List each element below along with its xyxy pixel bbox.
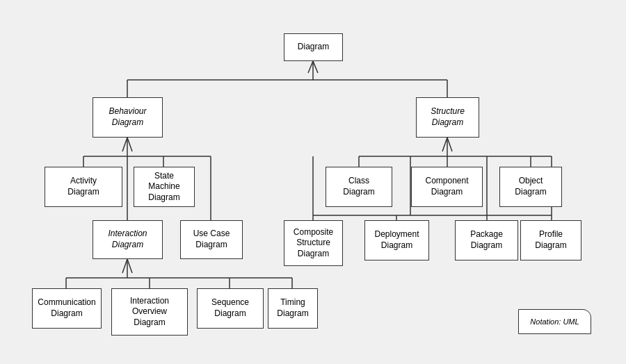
state-machine-diagram-node: StateMachineDiagram [134, 167, 195, 207]
timing-diagram-node: TimingDiagram [268, 288, 318, 329]
composite-structure-diagram-node: CompositeStructureDiagram [284, 220, 343, 266]
structure-diagram-node: StructureDiagram [416, 97, 479, 138]
sequence-diagram-node: SequenceDiagram [197, 288, 264, 329]
object-diagram-node: ObjectDiagram [499, 167, 562, 207]
profile-diagram-node: ProfileDiagram [520, 220, 581, 260]
interaction-overview-diagram-node: InteractionOverviewDiagram [111, 288, 188, 336]
package-diagram-node: PackageDiagram [455, 220, 518, 260]
class-diagram-node: ClassDiagram [326, 167, 392, 207]
notation-note: Notation: UML [518, 309, 591, 334]
diagram-node: Diagram [284, 33, 343, 61]
communication-diagram-node: CommunicationDiagram [32, 288, 102, 329]
behaviour-diagram-node: BehaviourDiagram [93, 97, 163, 138]
use-case-diagram-node: Use CaseDiagram [180, 220, 243, 259]
component-diagram-node: ComponentDiagram [411, 167, 483, 207]
deployment-diagram-node: DeploymentDiagram [364, 220, 429, 260]
interaction-diagram-node: InteractionDiagram [93, 220, 163, 259]
activity-diagram-node: ActivityDiagram [45, 167, 122, 207]
